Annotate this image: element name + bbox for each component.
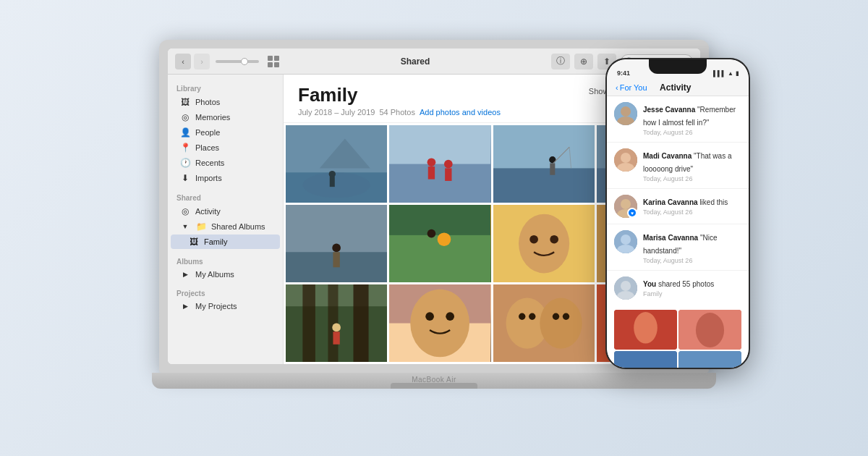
activity-list: Jesse Cavanna "Remember how I almost fel… (607, 96, 749, 368)
macbook-hinge (391, 383, 477, 389)
back-button[interactable]: ‹ (175, 54, 191, 69)
toolbar-title: Shared (285, 56, 545, 67)
photos-icon: 🖼 (179, 97, 191, 107)
activity-sub-message: Family (643, 290, 741, 297)
svg-rect-9 (428, 166, 435, 180)
sidebar: Library 🖼 Photos ◎ Memories 👤 People (168, 75, 284, 364)
sidebar-item-my-projects[interactable]: ▶ My Projects (171, 300, 280, 313)
svg-point-29 (438, 232, 451, 246)
photo-cell[interactable] (493, 125, 595, 203)
photo-cell[interactable] (493, 284, 595, 362)
svg-point-33 (529, 235, 538, 244)
sidebar-item-activity[interactable]: ◎ Activity (171, 204, 280, 219)
albums-section-label: Albums (168, 255, 283, 267)
signal-icon: ▌▌▌ (713, 70, 726, 77)
svg-point-51 (410, 290, 469, 358)
svg-rect-11 (445, 168, 451, 181)
photo-cell[interactable] (389, 125, 490, 203)
sidebar-item-shared-albums[interactable]: ▼ 📁 Shared Albums (171, 219, 280, 234)
album-meta: July 2018 – July 2019 54 Photos Add phot… (298, 108, 501, 117)
activity-item[interactable]: Jesse Cavanna "Remember how I almost fel… (607, 96, 749, 143)
recents-icon: 🕐 (179, 158, 191, 168)
activity-item[interactable]: ♥ Karina Cavanna liked this Today, Augus… (607, 189, 749, 224)
back-chevron-icon: ‹ (616, 83, 618, 92)
shared-albums-icon: ▼ (179, 223, 191, 230)
svg-point-57 (519, 313, 525, 319)
activity-name: Madi Cavanna (643, 152, 694, 160)
sidebar-item-photos[interactable]: 🖼 Photos (171, 95, 280, 109)
activity-icon: ◎ (179, 206, 191, 216)
photo-cell[interactable] (286, 284, 387, 362)
battery-icon: ▮ (736, 70, 739, 77)
family-album-icon: 🖼 (188, 237, 200, 247)
photo-cell[interactable] (493, 205, 595, 282)
svg-point-47 (332, 323, 341, 332)
activity-item[interactable]: You shared 55 photos Family (607, 271, 749, 368)
photo-cell[interactable] (389, 205, 490, 282)
iphone-nav: ‹ For You Activity (607, 80, 749, 96)
macbook-base (152, 373, 716, 389)
sidebar-item-memories[interactable]: ◎ Memories (171, 110, 280, 124)
sidebar-item-people[interactable]: 👤 People (171, 125, 280, 140)
library-section-label: Library (168, 82, 283, 94)
activity-photo-thumb[interactable] (678, 310, 741, 350)
photo-cell[interactable] (286, 125, 387, 203)
info-button[interactable]: ⓘ (551, 54, 570, 69)
activity-photo-thumb[interactable] (614, 310, 677, 350)
svg-rect-5 (330, 177, 335, 187)
activity-text: Karina Cavanna liked this Today, August … (643, 195, 741, 216)
activity-photo-thumb[interactable] (614, 351, 677, 368)
svg-point-52 (426, 312, 435, 321)
memories-icon: ◎ (179, 112, 191, 122)
svg-rect-87 (678, 351, 741, 368)
zoom-slider[interactable] (216, 60, 259, 63)
iphone-status-right: ▌▌▌ ▲ ▮ (713, 70, 739, 77)
sidebar-item-recents[interactable]: 🕐 Recents (171, 156, 280, 170)
subscribe-button[interactable]: ⊕ (574, 54, 593, 69)
imports-icon: ⬇ (179, 173, 191, 183)
iphone-nav-title: Activity (660, 83, 691, 93)
sidebar-item-my-albums[interactable]: ▶ My Albums (171, 268, 280, 281)
my-projects-icon: ▶ (179, 303, 191, 310)
svg-rect-45 (328, 284, 338, 362)
add-photos-link[interactable]: Add photos and videos (420, 108, 501, 117)
activity-avatar-wrap (614, 102, 637, 125)
toolbar-nav: ‹ › (175, 54, 210, 69)
activity-photo-thumb[interactable] (678, 351, 741, 368)
sidebar-item-family[interactable]: 🖼 Family (171, 235, 280, 249)
svg-point-3 (302, 172, 370, 198)
projects-section-label: Projects (168, 287, 283, 299)
photo-cell[interactable] (286, 205, 387, 282)
activity-name: You (643, 280, 658, 288)
svg-point-10 (444, 159, 453, 168)
svg-point-84 (696, 313, 724, 347)
activity-avatar-wrap (614, 230, 637, 253)
activity-text: Madi Cavanna "That was a looooong drive"… (643, 148, 741, 182)
activity-time: Today, August 26 (643, 175, 741, 182)
iphone-notch (649, 59, 707, 74)
svg-point-25 (332, 243, 341, 252)
sidebar-item-places[interactable]: 📍 Places (171, 140, 280, 155)
back-label: For You (620, 83, 647, 92)
activity-message: shared 55 photos (658, 280, 714, 288)
activity-avatar-wrap (614, 276, 637, 300)
activity-avatar-wrap: ♥ (614, 195, 637, 218)
svg-point-76 (621, 235, 631, 245)
forward-button[interactable]: › (194, 54, 210, 69)
activity-item[interactable]: Marisa Cavanna "Nice handstand!" Today, … (607, 224, 749, 271)
svg-rect-44 (302, 284, 315, 362)
photo-cell[interactable] (389, 284, 490, 362)
avatar (614, 148, 637, 172)
iphone-time: 9:41 (617, 69, 630, 77)
avatar (614, 102, 637, 125)
svg-point-59 (552, 313, 558, 319)
sidebar-item-imports[interactable]: ⬇ Imports (171, 171, 280, 185)
activity-text: Marisa Cavanna "Nice handstand!" Today, … (643, 230, 741, 264)
activity-name: Karina Cavanna (643, 198, 699, 206)
sidebar-item-label: Places (195, 143, 219, 152)
sidebar-item-label: Imports (195, 174, 222, 182)
svg-rect-15 (550, 163, 555, 174)
activity-item[interactable]: Madi Cavanna "That was a looooong drive"… (607, 143, 749, 189)
back-to-for-you[interactable]: ‹ For You (616, 83, 647, 92)
date-range: July 2018 – July 2019 (298, 108, 375, 117)
